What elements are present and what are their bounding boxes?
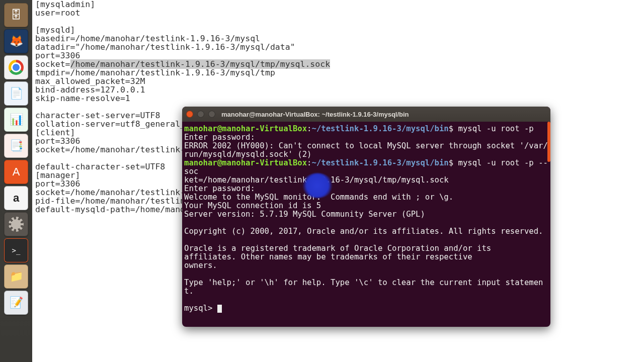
terminal-output: Welcome to the MySQL monitor. Commands e… (184, 193, 453, 202)
window-close-icon[interactable] (186, 111, 193, 118)
terminal-output: Enter password: (184, 184, 255, 193)
terminal-cursor (217, 305, 222, 313)
launcher-texteditor-icon[interactable]: 📝 (4, 291, 28, 315)
terminal-output: Copyright (c) 2000, 2017, Oracle and/or … (184, 227, 543, 236)
terminal-output: Type 'help;' or '\h' for help. Type '\c'… (184, 278, 543, 296)
prompt-path: ~/testlink-1.9.16-3/mysql/bin (312, 158, 449, 167)
gear-icon (9, 217, 24, 232)
unity-launcher: 🗄 🦊 📄 📊 📑 A a >_ 📁 📝 (0, 0, 32, 362)
window-maximize-icon[interactable] (208, 111, 215, 118)
terminal-titlebar[interactable]: manohar@manohar-VirtualBox: ~/testlink-1… (182, 107, 550, 122)
terminal-output: Server version: 5.7.19 MySQL Community S… (184, 210, 425, 219)
launcher-folder-icon[interactable]: 📁 (4, 264, 28, 289)
terminal-body[interactable]: manohar@manohar-VirtualBox:~/testlink-1.… (182, 122, 550, 327)
window-minimize-icon[interactable] (197, 111, 204, 118)
launcher-impress-icon[interactable]: 📑 (4, 134, 28, 158)
editor-text-before: [mysqladmin] user=root [mysqld] basedir=… (35, 0, 295, 69)
launcher-chrome-icon[interactable] (4, 55, 28, 79)
chrome-icon (9, 60, 24, 75)
terminal-error: ERROR 2002 (HY000): Can't connect to loc… (184, 141, 548, 159)
launcher-files-icon[interactable]: 🗄 (4, 3, 28, 27)
launcher-terminal-icon[interactable]: >_ (4, 238, 28, 262)
terminal-output: Your MySQL connection id is 5 (184, 201, 321, 210)
prompt-user: manohar@manohar-VirtualBox (184, 158, 307, 167)
launcher-amazon-icon[interactable]: a (4, 186, 28, 210)
terminal-title-text: manohar@manohar-VirtualBox: ~/testlink-1… (221, 111, 409, 118)
terminal-output: Enter password: (184, 133, 255, 142)
prompt-user: manohar@manohar-VirtualBox (184, 124, 307, 133)
launcher-software-icon[interactable]: A (4, 160, 28, 184)
launcher-firefox-icon[interactable]: 🦊 (4, 29, 28, 53)
launcher-settings-icon[interactable] (4, 212, 28, 236)
terminal-command-2b: ket=/home/manohar/testlink-1.9.16-3/mysq… (184, 175, 449, 185)
terminal-command-1: mysql -u root -p (453, 124, 534, 133)
launcher-writer-icon[interactable]: 📄 (4, 81, 28, 106)
mysql-prompt: mysql> (184, 304, 217, 313)
terminal-window[interactable]: manohar@manohar-VirtualBox: ~/testlink-1… (182, 107, 550, 327)
terminal-output: Oracle is a registered trademark of Orac… (184, 244, 491, 270)
launcher-calc-icon[interactable]: 📊 (4, 108, 28, 132)
prompt-path: ~/testlink-1.9.16-3/mysql/bin (312, 124, 449, 133)
